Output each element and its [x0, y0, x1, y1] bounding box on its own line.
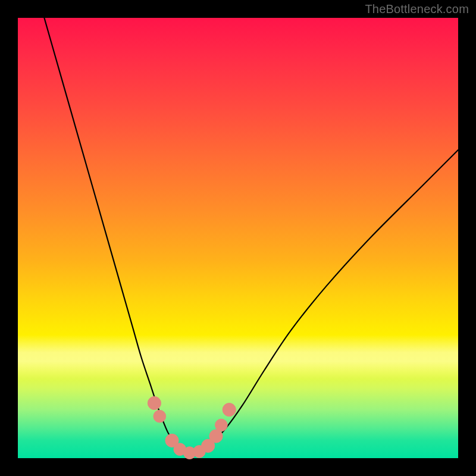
curve-marker	[215, 419, 228, 431]
curve-marker	[223, 403, 236, 416]
watermark-text: TheBottleneck.com	[365, 2, 469, 16]
plot-area	[18, 18, 458, 458]
curve-markers	[148, 396, 236, 459]
outer-frame: TheBottleneck.com	[0, 0, 476, 476]
chart-svg	[18, 18, 458, 458]
curve-marker	[154, 410, 166, 422]
curve-marker	[148, 396, 161, 409]
bottleneck-curve	[44, 18, 458, 453]
